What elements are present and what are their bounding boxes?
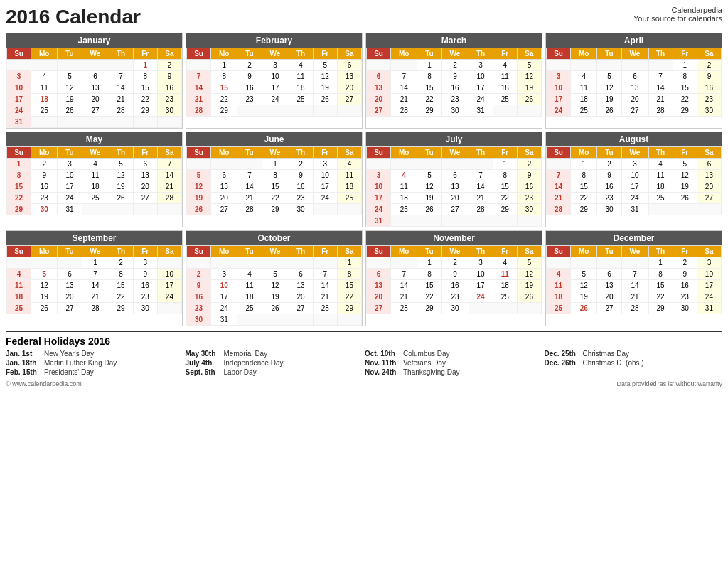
cal-day: 6	[289, 269, 313, 280]
cal-day: 28	[109, 105, 133, 117]
cal-day: 17	[7, 94, 31, 105]
day-header-su: Su	[547, 246, 571, 257]
page-header: 2016 Calendar Calendarpedia Your source …	[6, 6, 722, 28]
cal-day: 31	[469, 105, 493, 117]
cal-day: 16	[187, 291, 211, 303]
cal-day	[621, 60, 648, 71]
table-row: 3456789	[7, 71, 182, 82]
cal-day: 20	[211, 193, 237, 204]
cal-day: 27	[82, 105, 109, 117]
cal-day: 21	[391, 291, 417, 303]
cal-day: 15	[493, 181, 517, 193]
day-header-th: Th	[289, 246, 313, 257]
holiday-name: Veterans Day	[403, 359, 446, 367]
cal-day	[313, 257, 337, 269]
cal-day	[493, 303, 517, 314]
cal-day: 29	[109, 303, 133, 314]
cal-day: 12	[517, 269, 541, 280]
cal-day: 20	[82, 94, 109, 105]
cal-day: 22	[417, 94, 441, 105]
day-header-we: We	[441, 246, 469, 257]
cal-day: 14	[157, 170, 181, 181]
cal-table: SuMoTuWeThFrSa12345678910111213141516171…	[366, 245, 542, 314]
day-header-th: Th	[109, 246, 133, 257]
cal-day	[157, 117, 181, 128]
day-header-sa: Sa	[697, 147, 721, 159]
cal-day: 14	[391, 280, 417, 291]
cal-day: 5	[109, 159, 133, 170]
day-header-th: Th	[469, 147, 493, 159]
cal-day: 18	[547, 291, 571, 303]
cal-day	[109, 117, 133, 128]
cal-day: 11	[391, 181, 417, 193]
cal-day: 1	[417, 257, 441, 269]
cal-day: 14	[391, 82, 417, 94]
cal-day: 11	[493, 71, 517, 82]
cal-day	[133, 204, 157, 215]
table-row: 12131415161718	[187, 181, 362, 193]
table-row: 16171819202122	[187, 291, 362, 303]
cal-day: 28	[237, 204, 262, 215]
footer-right: Data provided 'as is' without warranty	[616, 380, 722, 387]
cal-day: 5	[571, 269, 597, 280]
cal-day	[469, 159, 493, 170]
cal-day	[313, 204, 337, 215]
cal-day	[469, 215, 493, 227]
cal-day: 23	[289, 193, 313, 204]
table-row: 123456	[187, 60, 362, 71]
cal-day: 6	[367, 269, 391, 280]
cal-day: 25	[237, 303, 262, 314]
table-row: 12	[7, 60, 182, 71]
cal-day: 27	[211, 204, 237, 215]
footer: © www.calendarpedia.com Data provided 'a…	[6, 380, 722, 387]
cal-day: 30	[441, 105, 469, 117]
cal-day: 22	[7, 193, 31, 204]
table-row: 78910111213	[187, 71, 362, 82]
day-header-fr: Fr	[133, 147, 157, 159]
cal-day: 11	[237, 280, 262, 291]
cal-day	[157, 257, 181, 269]
cal-day: 19	[109, 181, 133, 193]
cal-day: 20	[367, 94, 391, 105]
cal-day: 4	[31, 71, 58, 82]
cal-day	[441, 159, 469, 170]
cal-day: 5	[417, 170, 441, 181]
cal-day: 8	[262, 170, 289, 181]
cal-day: 11	[337, 170, 361, 181]
day-header-sa: Sa	[157, 246, 181, 257]
day-header-mo: Mo	[571, 246, 597, 257]
cal-day: 27	[289, 303, 313, 314]
cal-day: 11	[493, 269, 517, 280]
cal-day	[31, 60, 58, 71]
day-header-th: Th	[109, 48, 133, 60]
cal-day: 9	[133, 269, 157, 280]
table-row: 10111213141516	[7, 82, 182, 94]
day-header-su: Su	[547, 48, 571, 60]
day-header-we: We	[262, 48, 289, 60]
cal-day: 8	[337, 269, 361, 280]
cal-day: 16	[237, 82, 262, 94]
day-header-mo: Mo	[211, 246, 237, 257]
cal-day	[289, 257, 313, 269]
cal-day: 17	[313, 181, 337, 193]
cal-day: 26	[313, 94, 337, 105]
day-header-th: Th	[109, 147, 133, 159]
table-row: 123456	[547, 159, 722, 170]
cal-day: 19	[673, 181, 697, 193]
cal-day: 9	[289, 170, 313, 181]
cal-day	[31, 117, 58, 128]
cal-day: 27	[697, 193, 721, 204]
cal-day	[289, 105, 313, 117]
cal-day: 18	[648, 181, 673, 193]
cal-day: 17	[621, 181, 648, 193]
day-header-su: Su	[7, 246, 31, 257]
table-row: 45678910	[7, 269, 182, 280]
cal-day: 12	[417, 181, 441, 193]
day-header-tu: Tu	[237, 48, 262, 60]
cal-day: 27	[621, 105, 648, 117]
cal-day: 25	[493, 291, 517, 303]
table-row: 31	[7, 117, 182, 128]
cal-day: 9	[697, 71, 721, 82]
cal-day: 16	[697, 82, 721, 94]
cal-day: 19	[31, 291, 58, 303]
